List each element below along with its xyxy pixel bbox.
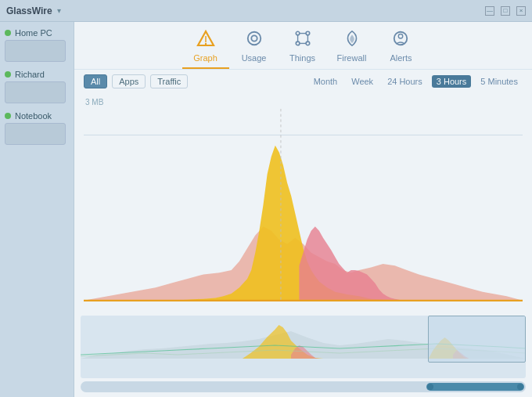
usage-icon — [245, 30, 264, 51]
content-area: Graph Usage — [74, 22, 532, 397]
mini-chart-selection[interactable] — [428, 316, 526, 363]
things-icon — [293, 30, 312, 51]
sidebar-preview-notebook — [5, 123, 66, 145]
close-button[interactable]: × — [516, 6, 526, 16]
minimize-button[interactable]: — — [485, 6, 494, 16]
main-graph-container: 3 MB 17:34 17:35 17:36 — [74, 93, 532, 312]
scrollbar-handle-left[interactable] — [427, 384, 433, 390]
time-24hours-button[interactable]: 24 Hours — [383, 75, 427, 88]
main-graph-svg — [84, 109, 523, 309]
filter-left: All Apps Traffic — [84, 74, 188, 88]
nav-label-usage: Usage — [242, 53, 267, 63]
filter-apps-button[interactable]: Apps — [112, 74, 146, 88]
nav-item-firewall[interactable]: Firewall — [328, 27, 376, 69]
scrollbar-track[interactable] — [426, 383, 524, 391]
mini-chart-container[interactable] — [81, 316, 526, 378]
nav-item-things[interactable]: Things — [279, 27, 326, 69]
alerts-icon — [391, 30, 410, 51]
sidebar-item-notebook[interactable]: Notebook — [5, 111, 69, 145]
status-dot-richard — [5, 71, 11, 78]
sidebar-label-richard[interactable]: Richard — [5, 70, 69, 79]
time-5minutes-button[interactable]: 5 Minutes — [476, 75, 523, 88]
filter-bar: All Apps Traffic Month Week 24 Hours 3 H… — [74, 70, 532, 93]
sidebar-text-notebook: Notebook — [15, 111, 52, 121]
svg-point-3 — [247, 32, 261, 45]
time-week-button[interactable]: Week — [347, 75, 378, 88]
status-dot-home-pc — [5, 30, 11, 36]
filter-right: Month Week 24 Hours 3 Hours 5 Minutes — [309, 75, 523, 88]
sidebar: Home PC Richard Notebook — [0, 22, 74, 397]
filter-traffic-button[interactable]: Traffic — [150, 74, 188, 88]
scrollbar-handle-right[interactable] — [517, 384, 523, 390]
svg-point-14 — [399, 34, 404, 39]
nav-label-firewall: Firewall — [337, 53, 367, 63]
sidebar-preview-home-pc — [5, 40, 66, 62]
scrollbar-container[interactable] — [81, 381, 526, 392]
app-title: GlassWire — [6, 5, 52, 16]
sidebar-text-richard: Richard — [15, 70, 45, 79]
nav-item-usage[interactable]: Usage — [231, 27, 278, 69]
nav-item-graph[interactable]: Graph — [182, 27, 229, 69]
y-axis-label: 3 MB — [85, 98, 103, 106]
window-controls: — □ × — [485, 6, 526, 16]
svg-point-8 — [306, 42, 310, 45]
nav-label-graph: Graph — [193, 53, 217, 63]
time-month-button[interactable]: Month — [309, 75, 343, 88]
svg-point-6 — [306, 31, 310, 35]
svg-point-5 — [296, 31, 300, 35]
sidebar-item-richard[interactable]: Richard — [5, 70, 69, 103]
sidebar-item-home-pc[interactable]: Home PC — [5, 28, 69, 62]
sidebar-label-notebook[interactable]: Notebook — [5, 111, 69, 121]
sidebar-preview-richard — [5, 81, 66, 103]
svg-point-2 — [204, 43, 206, 45]
status-dot-notebook — [5, 113, 11, 119]
nav-label-alerts: Alerts — [390, 53, 412, 63]
sidebar-label-home-pc[interactable]: Home PC — [5, 28, 69, 38]
firewall-icon — [343, 30, 361, 51]
maximize-button[interactable]: □ — [501, 6, 510, 16]
sidebar-text-home-pc: Home PC — [15, 28, 52, 38]
time-3hours-button[interactable]: 3 Hours — [432, 75, 472, 88]
top-nav: Graph Usage — [74, 22, 532, 70]
main-layout: Home PC Richard Notebook — [0, 22, 532, 397]
titlebar: GlassWire ▾ — □ × — [0, 0, 532, 22]
nav-label-things: Things — [289, 53, 315, 63]
titlebar-left: GlassWire ▾ — [6, 5, 61, 16]
graph-icon — [196, 30, 215, 51]
filter-all-button[interactable]: All — [84, 74, 107, 88]
svg-point-7 — [296, 42, 300, 45]
nav-item-alerts[interactable]: Alerts — [377, 27, 424, 69]
svg-point-4 — [251, 35, 257, 41]
titlebar-chevron-icon[interactable]: ▾ — [57, 6, 61, 15]
